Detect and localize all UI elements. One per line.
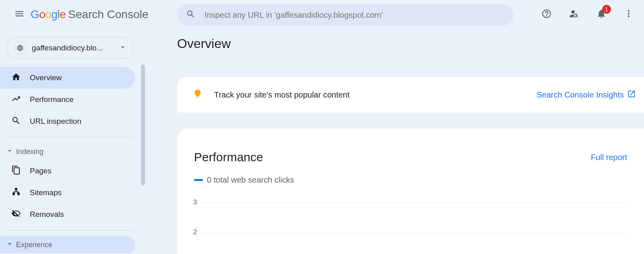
sidebar-item-label: Sitemaps	[30, 188, 135, 197]
product-name: Search Console	[68, 8, 148, 21]
chevron-down-icon	[6, 147, 14, 157]
search-icon	[11, 116, 21, 127]
section-label: Experience	[16, 241, 52, 249]
open-in-new-icon	[627, 90, 636, 100]
pages-icon	[11, 165, 21, 177]
property-selector[interactable]: gaffesandidiocy.blo...	[6, 37, 134, 59]
insights-link-label: Search Console Insights	[537, 90, 624, 100]
search-icon	[186, 9, 196, 21]
sidebar-divider	[5, 137, 134, 137]
performance-chart: 3 2	[194, 194, 627, 250]
section-label: Indexing	[16, 148, 43, 156]
url-inspect-searchbar[interactable]	[177, 4, 514, 26]
main-content: Overview Track your site's most popular …	[177, 36, 644, 254]
more-button[interactable]	[621, 6, 637, 23]
y-tick-label: 3	[193, 198, 197, 206]
help-button[interactable]	[539, 6, 555, 23]
full-report-link[interactable]: Full report	[591, 153, 627, 162]
sidebar-divider	[5, 230, 134, 231]
sidebar-item-label: Pages	[30, 167, 135, 175]
legend-label: 0 total web search clicks	[207, 175, 294, 185]
sidebar-section-experience[interactable]: Experience	[0, 236, 135, 253]
hamburger-icon	[14, 8, 25, 21]
globe-icon	[14, 42, 26, 54]
insights-link[interactable]: Search Console Insights	[537, 90, 636, 100]
sidebar-item-label: URL inspection	[30, 117, 135, 126]
chevron-down-icon	[119, 43, 127, 53]
sidebar-item-url-inspection[interactable]: URL inspection	[0, 110, 135, 132]
lightbulb-icon	[192, 89, 203, 101]
performance-card: Performance Full report 0 total web sear…	[177, 129, 644, 254]
help-icon	[541, 8, 552, 21]
sidebar-item-performance[interactable]: Performance	[0, 89, 135, 110]
sidebar-item-removals[interactable]: Removals	[0, 204, 135, 225]
sidebar-item-pages[interactable]: Pages	[0, 160, 135, 182]
visibility-off-icon	[11, 209, 21, 221]
sidebar-scrollbar[interactable]	[141, 65, 145, 185]
chevron-down-icon	[6, 240, 14, 250]
users-settings-button[interactable]	[566, 6, 582, 23]
sidebar-item-sitemaps[interactable]: Sitemaps	[0, 182, 135, 204]
trending-icon	[11, 94, 21, 106]
page-title: Overview	[177, 36, 644, 62]
notifications-button[interactable]: 1	[593, 6, 609, 23]
google-logo: Google	[31, 8, 66, 21]
insights-card: Track your site's most popular content S…	[177, 77, 644, 112]
y-tick-label: 2	[193, 228, 197, 236]
legend-swatch	[194, 179, 203, 181]
menu-button[interactable]	[10, 5, 29, 24]
property-name: gaffesandidiocy.blo...	[32, 44, 119, 52]
sidebar: gaffesandidiocy.blo... Overview Performa…	[0, 34, 141, 254]
url-inspect-input[interactable]	[204, 10, 505, 20]
home-icon	[11, 72, 21, 84]
performance-card-title: Performance	[194, 150, 263, 164]
product-logo: Google Search Console	[31, 8, 149, 21]
sidebar-item-label: Overview	[30, 73, 135, 82]
more-vert-icon	[623, 8, 634, 21]
insights-text: Track your site's most popular content	[214, 90, 537, 100]
sidebar-item-label: Removals	[30, 210, 135, 219]
users-settings-icon	[569, 8, 579, 21]
sidebar-item-overview[interactable]: Overview	[0, 67, 135, 89]
sidebar-section-indexing[interactable]: Indexing	[0, 143, 141, 160]
notification-badge: 1	[602, 5, 611, 14]
sidebar-item-label: Performance	[30, 95, 135, 104]
sitemap-icon	[11, 187, 21, 199]
chart-legend: 0 total web search clicks	[194, 175, 627, 185]
